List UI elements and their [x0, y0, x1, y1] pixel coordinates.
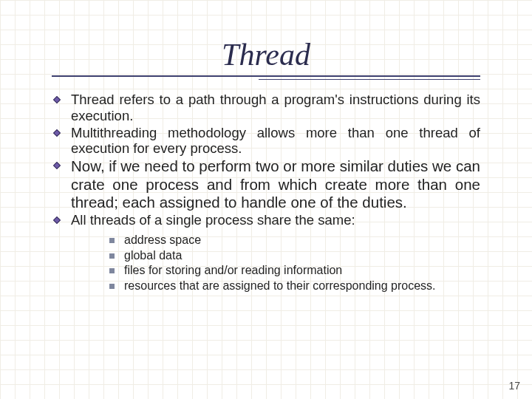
sub-bullet-item: resources that are assigned to their cor… — [108, 279, 480, 294]
svg-rect-0 — [53, 96, 60, 103]
sub-bullet-item: global data — [108, 248, 480, 264]
page-number: 17 — [508, 380, 520, 392]
bullet-text: Now, if we need to perform two or more s… — [71, 157, 480, 210]
bullet-item: Now, if we need to perform two or more s… — [52, 157, 480, 211]
sub-bullet-text: resources that are assigned to their cor… — [124, 279, 436, 292]
sub-bullet-text: global data — [124, 249, 182, 262]
diamond-bullet-icon — [53, 216, 61, 224]
bullet-item: Thread refers to a path through a progra… — [52, 92, 480, 124]
svg-rect-2 — [53, 129, 60, 136]
diamond-bullet-icon — [53, 96, 61, 103]
bullet-item: Multithreading methodology allows more t… — [52, 125, 480, 157]
bullet-list: Thread refers to a path through a progra… — [52, 92, 480, 294]
bullet-text: Multithreading methodology allows more t… — [71, 125, 480, 157]
svg-rect-4 — [53, 163, 60, 169]
bullet-item: All threads of a single process share th… — [52, 212, 480, 294]
title-underline — [52, 75, 480, 84]
bullet-text: Thread refers to a path through a progra… — [71, 92, 480, 123]
sub-bullet-text: files for storing and/or reading informa… — [124, 264, 342, 276]
sub-bullet-text: address space — [124, 233, 201, 246]
diamond-bullet-icon — [53, 162, 61, 169]
sub-bullet-list: address space global data files for stor… — [108, 233, 480, 294]
diamond-bullet-icon — [53, 129, 61, 137]
bullet-text: All threads of a single process share th… — [71, 212, 355, 228]
page-title: Thread — [52, 37, 480, 72]
slide-content: Thread Thread refers to a path through a… — [0, 0, 532, 294]
sub-bullet-item: files for storing and/or reading informa… — [108, 263, 480, 279]
svg-rect-6 — [53, 216, 60, 223]
sub-bullet-item: address space — [108, 233, 480, 248]
